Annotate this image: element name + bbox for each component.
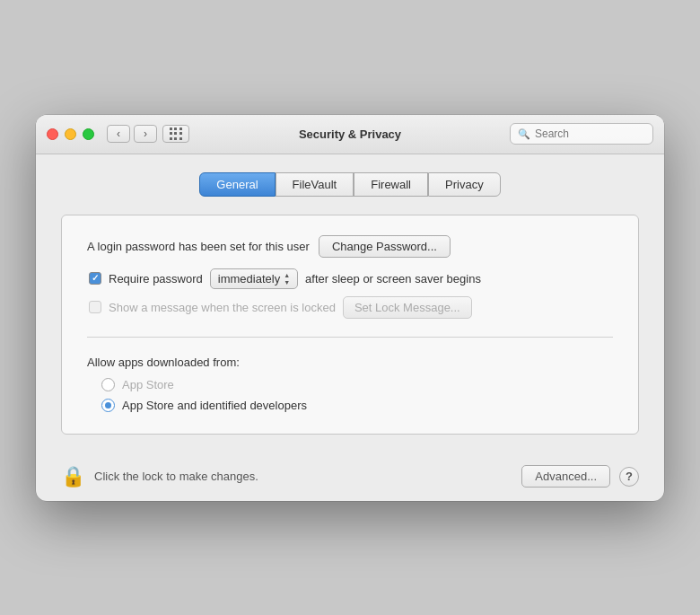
back-icon: ‹ xyxy=(117,127,120,140)
allow-apps-label: Allow apps downloaded from: xyxy=(87,356,613,369)
arrow-up-icon: ▲ xyxy=(284,272,290,278)
search-box[interactable]: 🔍 xyxy=(510,123,653,145)
window-title: Security & Privacy xyxy=(299,127,401,141)
require-password-row: ✓ Require password immediately ▲ ▼ after… xyxy=(89,268,613,289)
tab-general[interactable]: General xyxy=(199,172,275,197)
radio-selected-dot xyxy=(105,402,111,409)
search-icon: 🔍 xyxy=(518,128,530,140)
appstore-radio[interactable] xyxy=(101,378,115,391)
dropdown-arrows: ▲ ▼ xyxy=(284,272,290,286)
footer: 🔒 Click the lock to make changes. Advanc… xyxy=(36,452,664,501)
password-section: A login password has been set for this u… xyxy=(87,235,613,319)
require-password-label: Require password xyxy=(109,272,203,286)
download-source-radio-group: App Store App Store and identified devel… xyxy=(101,378,613,412)
titlebar: ‹ › Security & Privacy 🔍 xyxy=(36,115,664,154)
maximize-button[interactable] xyxy=(83,128,94,140)
advanced-button[interactable]: Advanced... xyxy=(521,465,610,488)
grid-icon xyxy=(170,127,183,141)
search-input[interactable] xyxy=(535,127,645,140)
appstore-identified-radio[interactable] xyxy=(101,399,115,412)
general-panel: A login password has been set for this u… xyxy=(61,215,639,435)
section-divider xyxy=(87,337,613,338)
show-message-label: Show a message when the screen is locked xyxy=(109,301,336,314)
forward-icon: › xyxy=(144,127,147,140)
lock-icon[interactable]: 🔒 xyxy=(61,465,85,488)
arrow-down-icon: ▼ xyxy=(284,279,290,286)
lock-text: Click the lock to make changes. xyxy=(94,470,512,483)
require-password-suffix: after sleep or screen saver begins xyxy=(305,272,481,286)
require-password-dropdown[interactable]: immediately ▲ ▼ xyxy=(210,268,298,289)
lock-message-row: Show a message when the screen is locked… xyxy=(89,296,613,319)
appstore-radio-label: App Store xyxy=(122,378,174,391)
close-button[interactable] xyxy=(47,128,58,140)
grid-button[interactable] xyxy=(162,125,189,143)
content-area: General FileVault Firewall Privacy A log… xyxy=(36,154,664,452)
tab-privacy[interactable]: Privacy xyxy=(428,172,501,197)
help-button[interactable]: ? xyxy=(619,467,639,487)
traffic-lights xyxy=(47,128,94,140)
minimize-button[interactable] xyxy=(65,128,76,140)
password-row: A login password has been set for this u… xyxy=(87,235,613,258)
require-password-checkbox[interactable]: ✓ xyxy=(89,272,101,285)
change-password-button[interactable]: Change Password... xyxy=(319,235,451,258)
checkmark-icon: ✓ xyxy=(92,274,99,283)
radio-row-appstore-identified: App Store and identified developers xyxy=(101,399,613,412)
dropdown-value: immediately xyxy=(218,272,280,286)
password-label: A login password has been set for this u… xyxy=(87,240,310,253)
tab-bar: General FileVault Firewall Privacy xyxy=(61,172,639,197)
back-button[interactable]: ‹ xyxy=(107,125,130,143)
nav-buttons: ‹ › xyxy=(107,125,157,143)
show-message-checkbox xyxy=(89,301,101,313)
allow-apps-section: Allow apps downloaded from: App Store Ap… xyxy=(87,356,613,412)
tab-filevault[interactable]: FileVault xyxy=(276,172,354,197)
appstore-identified-radio-label: App Store and identified developers xyxy=(122,399,307,412)
set-lock-message-button: Set Lock Message... xyxy=(343,296,472,319)
radio-row-appstore: App Store xyxy=(101,378,613,391)
system-preferences-window: ‹ › Security & Privacy 🔍 General FileVau… xyxy=(36,115,664,501)
tab-firewall[interactable]: Firewall xyxy=(354,172,428,197)
forward-button[interactable]: › xyxy=(134,125,157,143)
